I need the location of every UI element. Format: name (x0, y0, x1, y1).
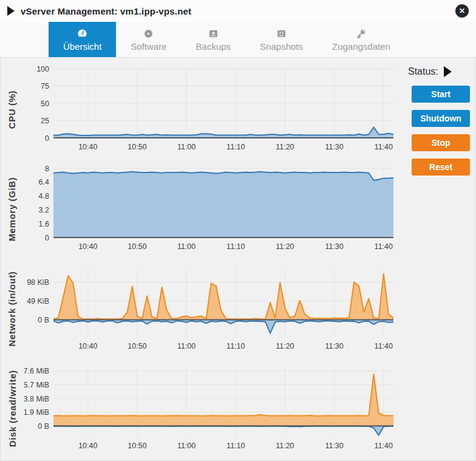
memory-chart: Memory (GiB) 01.63.24.86.4810:4010:5011:… (0, 161, 401, 257)
cpu-axis-title: CPU (%) (7, 90, 18, 128)
disk-chart: Disk (read/write) 0 B1.9 MiB3.8 MiB5.7 M… (0, 360, 401, 456)
svg-text:10:40: 10:40 (78, 442, 97, 450)
reset-button[interactable]: Reset (412, 159, 470, 176)
memory-plot: 01.63.24.86.4810:4010:5011:0011:1011:201… (24, 161, 401, 257)
svg-text:11:30: 11:30 (325, 342, 343, 350)
svg-text:4.8: 4.8 (39, 192, 49, 200)
svg-text:5.7 MiB: 5.7 MiB (24, 381, 49, 389)
tab-software[interactable]: Software (116, 22, 181, 57)
svg-text:11:00: 11:00 (177, 143, 195, 151)
status-row: Status: (401, 66, 476, 77)
svg-text:7.6 MiB: 7.6 MiB (24, 367, 49, 375)
stop-button[interactable]: Stop (412, 134, 470, 151)
svg-text:11:40: 11:40 (375, 242, 393, 251)
svg-text:0 B: 0 B (38, 422, 49, 431)
svg-text:11:10: 11:10 (226, 342, 245, 350)
charts-column: CPU (%) 025507510010:4010:5011:0011:1011… (0, 58, 401, 456)
svg-text:10:40: 10:40 (78, 342, 97, 350)
svg-text:49 KiB: 49 KiB (27, 297, 49, 306)
disc-icon (143, 27, 154, 39)
play-icon (444, 66, 452, 77)
svg-text:10:50: 10:50 (127, 442, 146, 450)
close-icon: ✕ (459, 7, 465, 15)
svg-text:11:20: 11:20 (276, 143, 294, 151)
svg-text:11:00: 11:00 (177, 242, 195, 251)
start-button[interactable]: Start (412, 86, 470, 103)
disk-plot: 0 B1.9 MiB3.8 MiB5.7 MiB7.6 MiB10:4010:5… (24, 360, 401, 456)
window-header: vServer Management: vm1.ipp-vps.net ✕ (0, 0, 476, 22)
svg-text:10:50: 10:50 (127, 242, 146, 251)
svg-text:11:30: 11:30 (325, 242, 343, 251)
svg-text:3.8 MiB: 3.8 MiB (24, 395, 49, 403)
tab-label: Backups (196, 41, 231, 52)
disk-axis-title: Disk (read/write) (7, 370, 18, 447)
page-title: vServer Management: vm1.ipp-vps.net (21, 6, 191, 16)
cpu-plot: 025507510010:4010:5011:0011:1011:2011:30… (24, 61, 401, 157)
snapshot-drive-icon (276, 27, 287, 39)
tab-zugangsdaten[interactable]: Zugangsdaten (318, 22, 405, 57)
tab-label: Software (131, 41, 166, 52)
svg-text:10:40: 10:40 (78, 242, 97, 251)
tab-snapshots[interactable]: Snapshots (245, 22, 318, 57)
svg-text:11:30: 11:30 (325, 442, 343, 450)
svg-text:11:10: 11:10 (226, 143, 245, 151)
svg-text:50: 50 (41, 100, 49, 108)
svg-text:0 B: 0 B (38, 316, 49, 324)
svg-text:11:40: 11:40 (375, 342, 393, 350)
cpu-chart: CPU (%) 025507510010:4010:5011:0011:1011… (0, 61, 401, 157)
svg-text:11:20: 11:20 (276, 442, 294, 450)
close-button[interactable]: ✕ (455, 4, 469, 18)
svg-text:10:40: 10:40 (78, 143, 97, 151)
svg-text:11:00: 11:00 (177, 342, 195, 350)
play-icon (7, 6, 15, 16)
tab-label: Zugangsdaten (332, 41, 390, 52)
backup-drive-icon (208, 27, 219, 39)
tab-backups[interactable]: Backups (182, 22, 246, 57)
svg-text:10:50: 10:50 (127, 342, 146, 350)
key-icon (355, 27, 367, 39)
svg-text:11:30: 11:30 (325, 143, 343, 151)
memory-axis-title: Memory (GiB) (7, 177, 18, 241)
controls-sidebar: Status: Start Shutdown Stop Reset (401, 58, 476, 456)
svg-text:11:00: 11:00 (177, 442, 195, 450)
tab-bar: Übersicht Software Backups Snapshots Zug… (0, 22, 476, 58)
svg-text:3.2: 3.2 (39, 206, 49, 214)
svg-text:98 KiB: 98 KiB (27, 278, 49, 287)
svg-text:1.9 MiB: 1.9 MiB (24, 408, 49, 417)
tab-label: Snapshots (260, 41, 303, 52)
network-axis-title: Network (in/out) (7, 271, 18, 346)
svg-text:10:50: 10:50 (127, 143, 146, 151)
shutdown-button[interactable]: Shutdown (412, 110, 470, 127)
svg-text:75: 75 (41, 82, 49, 90)
tab-label: Übersicht (63, 41, 101, 52)
svg-text:11:10: 11:10 (226, 242, 245, 251)
network-plot: 0 B49 KiB98 KiB10:4010:5011:0011:1011:20… (24, 261, 401, 357)
svg-text:11:40: 11:40 (375, 143, 393, 151)
svg-text:0: 0 (45, 234, 49, 242)
content-area: CPU (%) 025507510010:4010:5011:0011:1011… (0, 58, 476, 456)
svg-text:11:10: 11:10 (226, 442, 245, 450)
svg-text:11:40: 11:40 (375, 442, 393, 450)
svg-text:1.6: 1.6 (39, 220, 49, 228)
status-label: Status: (408, 66, 438, 77)
svg-text:8: 8 (45, 165, 49, 173)
tab-uebersicht[interactable]: Übersicht (49, 22, 116, 57)
svg-text:100: 100 (36, 65, 49, 73)
network-chart: Network (in/out) 0 B49 KiB98 KiB10:4010:… (0, 261, 401, 357)
svg-text:6.4: 6.4 (39, 178, 49, 186)
svg-text:11:20: 11:20 (276, 242, 294, 251)
svg-text:0: 0 (45, 134, 49, 143)
svg-text:25: 25 (41, 117, 49, 125)
gauge-icon (76, 27, 88, 39)
svg-text:11:20: 11:20 (276, 342, 294, 350)
